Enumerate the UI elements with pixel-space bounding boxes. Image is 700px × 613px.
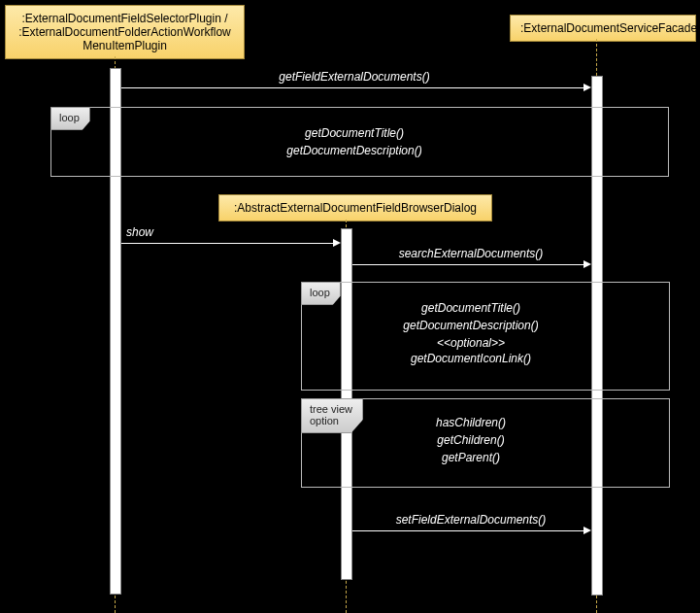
arrow-show: [121, 243, 337, 244]
participant-plugin: :ExternalDocumentFieldSelectorPlugin / :…: [5, 5, 245, 59]
fragment-label-loop1: loop: [50, 107, 90, 130]
msg-optional-tag: <<optional>>: [354, 336, 587, 350]
fragment-label-loop2: loop: [301, 282, 341, 305]
arrow-m4: [352, 264, 587, 265]
arrowhead-m11: [583, 527, 591, 534]
msg-hasChildren: hasChildren(): [354, 416, 587, 429]
arrowhead-show: [333, 239, 341, 247]
participant-dialog: :AbstractExternalDocumentFieldBrowserDia…: [218, 194, 492, 221]
msg-getDocumentIconLink: getDocumentIconLink(): [354, 352, 587, 365]
msg-setFieldExternalDocuments: setFieldExternalDocuments(): [354, 513, 587, 527]
msg-searchExternalDocuments: searchExternalDocuments(): [354, 247, 587, 260]
participant-facade: :ExternalDocumentServiceFacade: [510, 15, 696, 42]
msg-getDocumentDescription-2: getDocumentDescription(): [354, 319, 587, 332]
msg-getDocumentDescription-1: getDocumentDescription(): [126, 144, 583, 157]
fragment-loop1: [50, 107, 669, 177]
msg-getChildren: getChildren(): [354, 433, 587, 447]
msg-getFieldExternalDocuments: getFieldExternalDocuments(): [126, 70, 583, 84]
msg-getDocumentTitle-1: getDocumentTitle(): [126, 126, 583, 140]
msg-show: show: [126, 225, 330, 239]
msg-getDocumentTitle-2: getDocumentTitle(): [354, 301, 587, 315]
arrow-m1: [121, 87, 587, 88]
msg-getParent: getParent(): [354, 451, 587, 464]
arrowhead-m1: [583, 84, 591, 91]
arrowhead-m4: [583, 260, 591, 268]
arrow-m11: [352, 530, 587, 531]
